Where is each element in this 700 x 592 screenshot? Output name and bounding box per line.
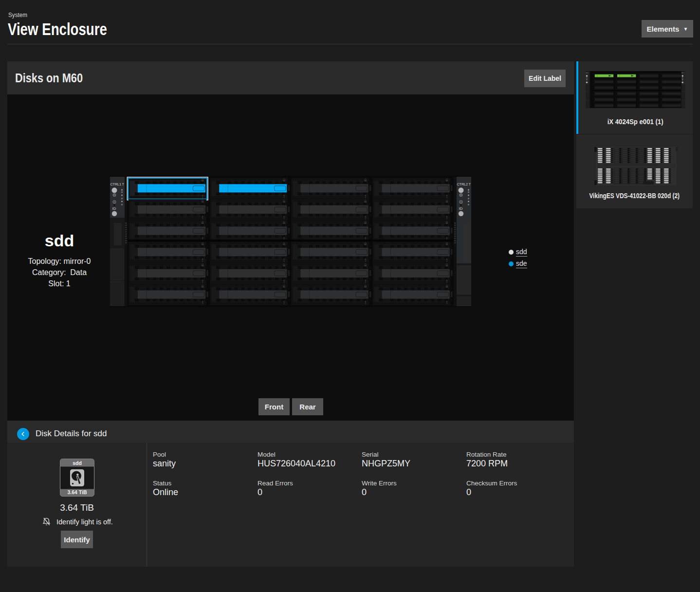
svg-text:ID: ID xyxy=(112,206,116,211)
svg-text:sdd: sdd xyxy=(73,460,82,466)
svg-text:CTRL2 T: CTRL2 T xyxy=(457,182,471,186)
svg-text:CTRL1 T: CTRL1 T xyxy=(111,182,125,186)
svg-text:3.64 TiB: 3.64 TiB xyxy=(67,489,87,495)
svg-text:ID: ID xyxy=(459,206,463,211)
